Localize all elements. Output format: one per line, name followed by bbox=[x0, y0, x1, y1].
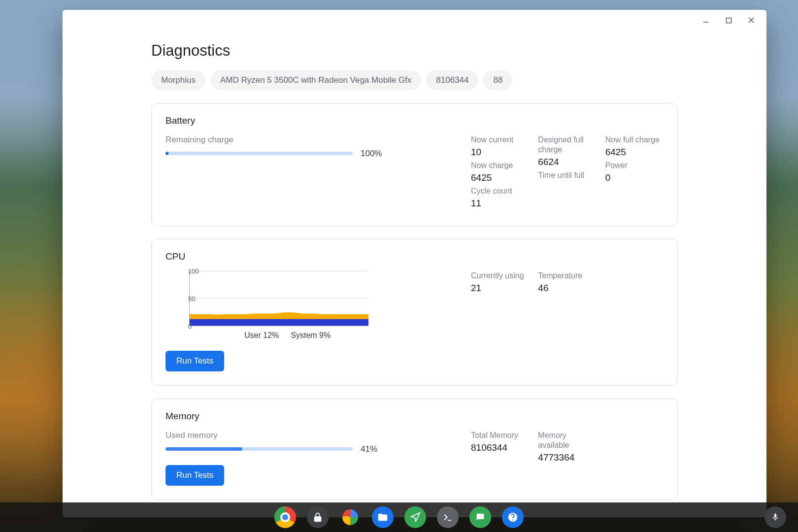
cpu-usage-chart: 100 50 0 bbox=[171, 271, 368, 326]
memory-available-value: 4773364 bbox=[538, 452, 596, 463]
cpu-run-tests-button[interactable]: Run Tests bbox=[166, 351, 224, 371]
chip-version[interactable]: 88 bbox=[483, 70, 512, 90]
cpu-legend-system-value: 9% bbox=[319, 331, 331, 339]
shelf bbox=[0, 502, 798, 532]
cycle-count-value: 11 bbox=[471, 198, 529, 209]
terminal-icon[interactable] bbox=[437, 506, 459, 528]
now-current-value: 10 bbox=[471, 147, 529, 158]
now-full-label: Now full charge bbox=[605, 135, 664, 145]
power-value: 0 bbox=[605, 172, 664, 183]
designed-full-value: 6624 bbox=[538, 157, 596, 167]
cpu-stats: Currently using 21 Temperature 46 bbox=[471, 271, 664, 371]
memory-progress-text: 41% bbox=[361, 444, 377, 454]
power-label: Power bbox=[605, 161, 664, 170]
chip-memory[interactable]: 8106344 bbox=[426, 70, 478, 90]
messages-icon[interactable] bbox=[469, 506, 491, 528]
chip-cpu[interactable]: AMD Ryzen 5 3500C with Radeon Vega Mobil… bbox=[210, 70, 421, 90]
memory-stats: Total Memory 8106344 Memory available 47… bbox=[471, 431, 664, 486]
cpu-legend-system-label: System bbox=[291, 331, 317, 339]
memory-left: Used memory 41% Run Tests bbox=[166, 431, 451, 486]
designed-full-label: Designed full charge bbox=[538, 135, 596, 155]
chrome-icon[interactable] bbox=[274, 506, 296, 528]
memory-progress-track bbox=[166, 447, 353, 451]
battery-progress-track bbox=[166, 152, 353, 155]
currently-using-value: 21 bbox=[471, 283, 529, 294]
svg-rect-0 bbox=[726, 18, 731, 23]
mic-button[interactable] bbox=[765, 506, 786, 528]
temperature-label: Temperature bbox=[538, 271, 596, 281]
battery-card: Battery Remaining charge 100% Now curren… bbox=[151, 103, 678, 226]
help-icon[interactable] bbox=[502, 506, 524, 528]
content-scroll[interactable]: Diagnostics Morphius AMD Ryzen 5 3500C w… bbox=[63, 31, 766, 517]
time-until-full-label: Time until full bbox=[538, 170, 596, 180]
cpu-legend-user-value: 12% bbox=[263, 331, 279, 339]
titlebar bbox=[63, 10, 766, 31]
temperature-value: 46 bbox=[538, 283, 596, 294]
time-until-full-value bbox=[538, 182, 596, 193]
info-chips: Morphius AMD Ryzen 5 3500C with Radeon V… bbox=[151, 70, 678, 90]
battery-title: Battery bbox=[166, 115, 664, 126]
battery-progress-fill bbox=[166, 152, 168, 155]
now-full-value: 6425 bbox=[605, 147, 664, 158]
now-charge-label: Now charge bbox=[471, 161, 529, 170]
mic-icon bbox=[771, 513, 780, 522]
diagnostics-window: Diagnostics Morphius AMD Ryzen 5 3500C w… bbox=[63, 10, 766, 517]
battery-left: Remaining charge 100% bbox=[166, 135, 451, 212]
now-current-label: Now current bbox=[471, 135, 529, 145]
maximize-button[interactable] bbox=[718, 10, 739, 31]
minimize-button[interactable] bbox=[696, 10, 716, 31]
cpu-left: 100 50 0 User 12% System 9% bbox=[166, 271, 451, 371]
close-icon bbox=[748, 17, 755, 24]
now-charge-value: 6425 bbox=[471, 172, 529, 183]
remaining-charge-label: Remaining charge bbox=[166, 135, 451, 145]
close-button[interactable] bbox=[741, 10, 762, 31]
cpu-legend: User 12% System 9% bbox=[244, 331, 451, 340]
cpu-title: CPU bbox=[166, 251, 664, 262]
cpu-card: CPU 100 50 0 User bbox=[151, 239, 678, 386]
minimize-icon bbox=[702, 17, 709, 24]
used-memory-label: Used memory bbox=[166, 431, 451, 440]
total-memory-value: 8106344 bbox=[471, 442, 529, 453]
memory-card: Memory Used memory 41% Run Tests Total M… bbox=[151, 399, 678, 500]
memory-progress: 41% bbox=[166, 444, 451, 454]
chip-board[interactable]: Morphius bbox=[151, 70, 205, 90]
battery-stats: Now current 10 Now charge 6425 Cycle cou… bbox=[471, 135, 664, 212]
memory-title: Memory bbox=[166, 411, 664, 422]
maximize-icon bbox=[726, 17, 732, 24]
memory-progress-fill bbox=[166, 447, 242, 451]
memory-available-label: Memory available bbox=[538, 431, 596, 450]
currently-using-label: Currently using bbox=[471, 271, 529, 281]
files-icon[interactable] bbox=[372, 506, 394, 528]
photos-icon[interactable] bbox=[339, 506, 361, 528]
lock-icon[interactable] bbox=[307, 506, 329, 528]
battery-progress: 100% bbox=[166, 149, 451, 159]
page-title: Diagnostics bbox=[151, 42, 678, 60]
cpu-legend-user-label: User bbox=[244, 331, 261, 339]
navigation-icon[interactable] bbox=[404, 506, 426, 528]
memory-run-tests-button[interactable]: Run Tests bbox=[166, 465, 224, 486]
total-memory-label: Total Memory bbox=[471, 431, 529, 440]
cycle-count-label: Cycle count bbox=[471, 186, 529, 196]
battery-progress-text: 100% bbox=[361, 149, 382, 159]
